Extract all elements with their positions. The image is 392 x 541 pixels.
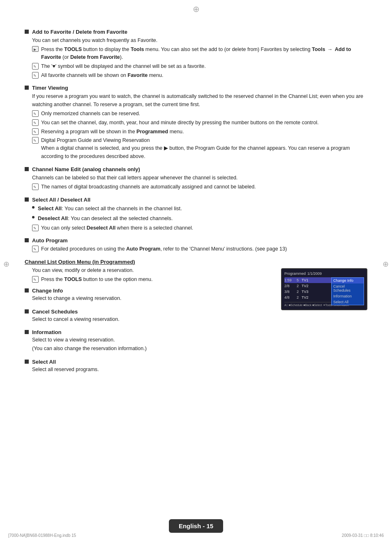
sub-text-cancel-schedules: Select to cancel a viewing reservation. <box>32 316 367 323</box>
tv-menu-item-cancel: Cancel Schedules <box>332 283 364 293</box>
note-icon-2d <box>32 137 39 144</box>
sub-body-information: Select to view a viewing reservation. (Y… <box>25 336 367 353</box>
note-text-clo: Press the TOOLS button to use the option… <box>41 276 273 283</box>
note-icon-clo <box>32 276 39 283</box>
note-text-5a: For detailed procedures on using the Aut… <box>41 245 367 253</box>
section-title-4: Select All / Deselect All <box>32 197 90 203</box>
tv-time-0: 1:59 <box>284 278 297 282</box>
tools-note-text-1: Press the TOOLS button to display the To… <box>41 46 367 61</box>
note-line-2c: Reserving a program will be shown in the… <box>32 128 367 136</box>
section-body-2: If you reserve a program you want to wat… <box>25 93 367 160</box>
section-select-all: Select All / Deselect All Select All: Yo… <box>25 197 367 232</box>
bullet-square-4 <box>25 197 29 202</box>
dot-4a <box>32 206 35 209</box>
note-icon-2c <box>32 128 39 135</box>
page-container: ⊕ ⊕ ⊕ Add to Favorite / Delete from Favo… <box>0 0 392 541</box>
section-body-4: Select All: You can select all the chann… <box>25 204 367 232</box>
section-auto-program: Auto Program For detailed procedures on … <box>25 237 367 253</box>
note-icon-4a <box>32 225 39 231</box>
section-body-1: You can set channels you watch frequentl… <box>25 37 367 79</box>
tv-context-menu: Change Info Cancel Schedules Information… <box>331 277 364 305</box>
section-title-3: Channel Name Edit (analog channels only) <box>32 166 140 172</box>
section-add-to-favorite: Add to Favorite / Delete from Favorite Y… <box>25 29 367 79</box>
channel-list-tools-note: Press the TOOLS button to use the option… <box>32 276 273 283</box>
page-footer: English - 15 <box>0 519 392 533</box>
sub-text-information: Select to view a viewing reservation. <box>32 336 367 344</box>
bullet-square-5 <box>25 238 29 242</box>
tools-icon-1 <box>32 46 39 52</box>
tv-wrapper: Programmed 1/1/2009 1:59 5 TV1 2/8 <box>284 272 364 307</box>
dot-4b <box>32 216 35 218</box>
section-body-3: Channels can be labeled so that their ca… <box>25 174 367 191</box>
sub-title-information: Information <box>32 329 62 335</box>
note-line-4a: You can only select Deselect All when th… <box>32 224 367 232</box>
note-icon-3a <box>32 183 39 190</box>
tv-ch-1: 2 <box>297 284 302 288</box>
note-line-3a: The names of digital broadcasting channe… <box>32 183 367 191</box>
sub-body-cancel-schedules: Select to cancel a viewing reservation. <box>25 316 367 323</box>
section-title-2: Timer Viewing <box>32 85 68 91</box>
section-title-5: Auto Program <box>32 237 68 244</box>
note-line-1a: The '♥' symbol will be displayed and the… <box>32 63 367 70</box>
note-text-1a: The '♥' symbol will be displayed and the… <box>41 63 367 70</box>
top-mark: ⊕ <box>193 4 200 14</box>
main-content: Add to Favorite / Delete from Favorite Y… <box>25 21 367 379</box>
bottom-date-info: 2009-03-31 □□ 8:10:46 <box>342 533 384 538</box>
note-icon-2a <box>32 110 39 117</box>
note-text-1b: All favorite channels will be shown on F… <box>41 72 367 79</box>
bullet-text-4b: Deselect All: You can deselect all the s… <box>38 214 173 223</box>
bullet-dot-4b: Deselect All: You can deselect all the s… <box>32 214 367 223</box>
right-mark: ⊕ <box>383 260 389 269</box>
section-channel-list-option: Channel List Option Menu (in Programmed)… <box>25 259 367 379</box>
bottom-file-info: [7000-NA]BN68-01988H-Eng.indb 15 <box>8 533 76 538</box>
tv-time-3: 4/8 <box>284 295 297 300</box>
bullet-square-3 <box>25 167 29 171</box>
sub-body-select-all: Select all reserved programs. <box>25 366 367 374</box>
note-line-2d: Digital Program Guide and Viewing Reserv… <box>32 137 367 144</box>
section-channel-name-edit: Channel Name Edit (analog channels only)… <box>25 166 367 191</box>
bullet-square-ci <box>25 288 29 293</box>
note-line-2b: You can set the channel, day, month, yea… <box>32 119 367 127</box>
tv-ch-2: 2 <box>297 290 302 294</box>
section-title-1: Add to Favorite / Delete from Favorite <box>32 29 127 35</box>
tv-prog-label: Programmed <box>284 272 306 276</box>
section-body-text-1: You can set channels you watch frequentl… <box>32 37 367 44</box>
note-line-5a: For detailed procedures on using the Aut… <box>32 245 367 253</box>
sub-note-2: When a digital channel is selected, and … <box>32 144 367 160</box>
channel-list-option-title: Channel List Option Menu (in Programmed) <box>25 259 367 265</box>
sub-title-cancel-schedules: Cancel Schedules <box>32 309 78 315</box>
bullet-square-1 <box>25 30 29 34</box>
bullet-square-cs <box>25 309 29 313</box>
section-body-text-3: Channels can be labeled so that their ca… <box>32 174 367 182</box>
note-icon-5a <box>32 246 39 252</box>
bullet-square-sa <box>25 360 29 364</box>
note-text-2c: Reserving a program will be shown in the… <box>41 128 367 136</box>
tv-time-1: 2/8 <box>284 284 297 288</box>
bullet-dot-4a: Select All: You can select all the chann… <box>32 204 367 213</box>
bullet-square-inf <box>25 330 29 334</box>
tv-time-2: 3/8 <box>284 290 297 294</box>
note-text-2d: Digital Program Guide and Viewing Reserv… <box>41 137 367 144</box>
tv-menu-item-info: Information <box>332 293 364 299</box>
bullet-text-4a: Select All: You can select all the chann… <box>38 204 182 213</box>
tv-menu-item-select: Select All <box>332 299 364 305</box>
tools-note-1: Press the TOOLS button to display the To… <box>32 46 367 61</box>
section-timer-viewing: Timer Viewing If you reserve a program y… <box>25 85 367 160</box>
section-body-5: For detailed procedures on using the Aut… <box>25 245 367 253</box>
section-body-text-2: If you reserve a program you want to wat… <box>32 93 367 109</box>
tv-panel: Programmed 1/1/2009 1:59 5 TV1 2/8 <box>281 268 367 310</box>
tv-channels-area: 1:59 5 TV1 2/8 2 TV2 3/8 <box>284 277 364 300</box>
tv-menu-item-change: Change Info <box>332 278 364 283</box>
footer-badge: English - 15 <box>169 519 223 533</box>
note-line-2a: Only memorized channels can be reserved. <box>32 110 367 118</box>
tv-date: 1/1/2009 <box>307 272 322 276</box>
sub-section-select-all-prog: Select All Select all reserved programs. <box>25 359 367 374</box>
sub-title-select-all: Select All <box>32 359 56 365</box>
note-icon-1a <box>32 63 39 70</box>
note-text-2a: Only memorized channels can be reserved. <box>41 110 367 118</box>
sub-text-information-2: (You can also change the reservation inf… <box>32 345 367 353</box>
note-text-3a: The names of digital broadcasting channe… <box>41 183 367 191</box>
note-icon-2b <box>32 119 39 126</box>
sub-section-cancel-schedules: Cancel Schedules Select to cancel a view… <box>25 309 367 323</box>
bullet-square-2 <box>25 86 29 90</box>
